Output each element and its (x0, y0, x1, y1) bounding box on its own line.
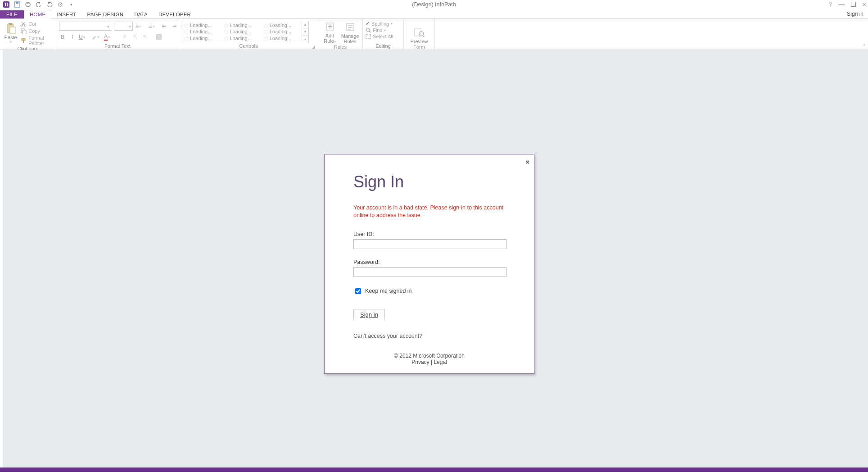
maximize-icon[interactable] (851, 2, 856, 7)
copy-button[interactable]: Copy (20, 28, 53, 34)
group-rules: Add Rule▾ Manage Rules Rules (318, 19, 363, 50)
group-form: Preview Form (404, 19, 435, 50)
spelling-label: Spelling (371, 21, 389, 27)
keep-signed-in-row[interactable]: Keep me signed in (353, 287, 505, 295)
group-format-text-label: Format Text (59, 43, 176, 50)
highlight-icon[interactable] (91, 34, 101, 40)
spelling-icon: ✓ (366, 21, 370, 27)
status-bar (0, 467, 868, 472)
inc-indent-icon[interactable]: ⇥ (171, 23, 178, 30)
ctrl-loading: Loading... (184, 36, 220, 41)
add-rule-l2: Rule (324, 38, 334, 44)
help-icon[interactable]: ? (829, 1, 832, 8)
bold-icon[interactable]: B (59, 33, 66, 41)
window-title: (Design) InfoPath (412, 1, 456, 8)
user-id-input[interactable] (353, 239, 506, 249)
group-editing-label: Editing (366, 43, 401, 50)
italic-icon[interactable]: I (69, 33, 76, 41)
paste-button[interactable]: Paste ▾ (3, 20, 18, 44)
svg-point-20 (366, 28, 370, 32)
bullets-icon[interactable]: ≡ (136, 23, 145, 29)
quick-print-icon[interactable] (57, 1, 64, 8)
tab-home[interactable]: HOME (24, 10, 51, 19)
font-color-icon[interactable]: A (104, 33, 114, 41)
ctrl-loading: Loading... (264, 29, 300, 35)
format-painter-button[interactable]: Format Painter (20, 35, 53, 46)
redo-icon[interactable] (46, 1, 53, 8)
svg-rect-21 (366, 34, 371, 39)
select-all-button[interactable]: Select All (366, 34, 393, 39)
copy-icon (20, 28, 27, 34)
svg-rect-9 (9, 23, 12, 25)
copy-label: Copy (28, 28, 40, 34)
font-family-combo[interactable] (59, 22, 111, 31)
gallery-down-icon[interactable]: ▼ (302, 28, 308, 36)
ribbon-tabs: FILE HOME INSERT PAGE DESIGN DATA DEVELO… (0, 9, 868, 19)
save-icon[interactable] (14, 1, 21, 8)
cut-button[interactable]: Cut (20, 21, 53, 27)
group-controls: Loading... Loading... Loading... Loading… (179, 19, 318, 50)
paste-icon (5, 23, 16, 34)
gallery-more-icon[interactable]: ▾ (302, 36, 308, 43)
manage-rules-l1: Manage (341, 33, 359, 39)
sign-in-link[interactable]: Sign in (847, 11, 863, 17)
privacy-link[interactable]: Privacy (411, 359, 429, 365)
select-all-icon (366, 34, 371, 39)
gallery-up-icon[interactable]: ▲ (302, 21, 308, 28)
dialog-close-icon[interactable]: × (525, 158, 529, 166)
add-rule-button[interactable]: Add Rule▾ (321, 20, 339, 44)
svg-rect-15 (22, 38, 25, 41)
undo-icon[interactable] (35, 1, 42, 8)
ctrl-loading: Loading... (264, 23, 300, 28)
underline-icon[interactable]: U (79, 34, 89, 40)
tab-developer[interactable]: DEVELOPER (153, 10, 196, 18)
spelling-button[interactable]: ✓ Spelling ▾ (366, 21, 393, 27)
numbering-icon[interactable]: ≣ (148, 23, 158, 29)
group-controls-label: Controls (240, 43, 258, 49)
tab-page-design[interactable]: PAGE DESIGN (82, 10, 129, 18)
cant-access-link[interactable]: Can't access your account? (353, 333, 422, 339)
add-rule-l1: Add (326, 33, 335, 38)
shading-icon[interactable] (155, 33, 163, 41)
tab-insert[interactable]: INSERT (51, 10, 81, 18)
tab-file[interactable]: FILE (0, 10, 24, 18)
tab-data[interactable]: DATA (129, 10, 153, 18)
password-label: Password: (353, 259, 505, 265)
align-center-icon[interactable]: ≡ (131, 33, 138, 41)
find-label: Find (373, 27, 382, 33)
minimize-icon[interactable]: — (838, 1, 845, 8)
sync-icon[interactable] (24, 1, 32, 8)
collapse-ribbon-icon[interactable]: ˄ (863, 44, 865, 49)
close-icon[interactable]: × (862, 0, 866, 8)
sign-in-dialog: × Sign In Your account is in a bad state… (324, 154, 534, 374)
group-rules-label: Rules (321, 44, 360, 50)
controls-launcher-icon[interactable]: ◢ (312, 45, 315, 49)
sign-in-button[interactable]: Sign in (353, 309, 385, 320)
manage-rules-l2: Rules (344, 39, 356, 44)
copyright-text: © 2012 Microsoft Corporation (353, 353, 505, 359)
group-format-text: ≡ ≣ ⇤ ⇥ ↕ ¶ B I U A ≡ ≡ ≡ (56, 19, 179, 50)
preview-button[interactable]: Preview (408, 20, 430, 44)
find-button[interactable]: Find ▾ (366, 27, 393, 33)
password-input[interactable] (353, 267, 506, 277)
align-right-icon[interactable]: ≡ (141, 33, 148, 41)
font-size-combo[interactable] (114, 22, 133, 31)
find-icon (366, 27, 371, 33)
qat-customize-icon[interactable]: ▾ (68, 1, 75, 8)
svg-rect-10 (10, 27, 15, 34)
legal-link[interactable]: Legal (434, 359, 447, 365)
align-left-icon[interactable]: ≡ (121, 33, 128, 41)
user-id-label: User ID: (353, 231, 505, 237)
preview-label: Preview (410, 39, 428, 44)
cut-icon (20, 21, 27, 27)
svg-rect-14 (23, 30, 26, 34)
manage-rules-button[interactable]: Manage Rules (340, 20, 360, 44)
dialog-footer: © 2012 Microsoft Corporation Privacy | L… (353, 353, 505, 365)
title-bar: ▾ (Design) InfoPath ? — × (0, 0, 868, 9)
keep-signed-in-checkbox[interactable] (355, 288, 361, 294)
group-clipboard: Paste ▾ Cut Copy Format Painter Clipboar… (0, 19, 56, 50)
ctrl-loading: Loading... (224, 29, 260, 35)
controls-gallery[interactable]: Loading... Loading... Loading... Loading… (182, 21, 309, 43)
paste-label: Paste (5, 35, 17, 40)
dec-indent-icon[interactable]: ⇤ (161, 23, 168, 30)
